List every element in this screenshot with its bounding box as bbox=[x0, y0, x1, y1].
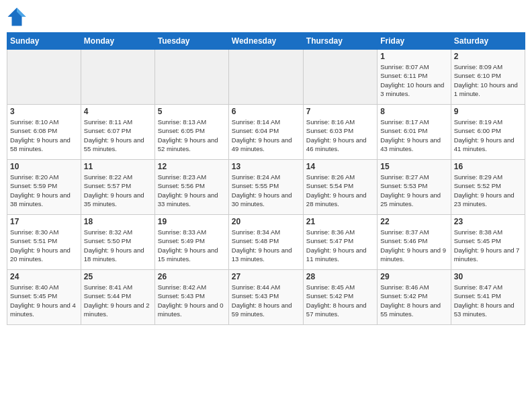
calendar-cell: 28Sunrise: 8:45 AM Sunset: 5:42 PM Dayli… bbox=[303, 270, 377, 325]
calendar-cell bbox=[7, 50, 81, 105]
day-number: 25 bbox=[84, 272, 152, 281]
day-info: Sunrise: 8:26 AM Sunset: 5:54 PM Dayligh… bbox=[306, 173, 374, 208]
day-info: Sunrise: 8:32 AM Sunset: 5:50 PM Dayligh… bbox=[84, 228, 152, 263]
calendar-cell: 10Sunrise: 8:20 AM Sunset: 5:59 PM Dayli… bbox=[7, 160, 81, 215]
day-info: Sunrise: 8:16 AM Sunset: 6:03 PM Dayligh… bbox=[306, 118, 374, 153]
calendar-cell: 4Sunrise: 8:11 AM Sunset: 6:07 PM Daylig… bbox=[81, 105, 154, 160]
weekday-header-row: SundayMondayTuesdayWednesdayThursdayFrid… bbox=[7, 33, 525, 50]
calendar-cell: 14Sunrise: 8:26 AM Sunset: 5:54 PM Dayli… bbox=[303, 160, 377, 215]
day-info: Sunrise: 8:44 AM Sunset: 5:43 PM Dayligh… bbox=[232, 283, 300, 318]
day-info: Sunrise: 8:40 AM Sunset: 5:45 PM Dayligh… bbox=[10, 283, 78, 318]
day-info: Sunrise: 8:22 AM Sunset: 5:57 PM Dayligh… bbox=[84, 173, 152, 208]
day-number: 2 bbox=[454, 52, 522, 61]
calendar-cell: 26Sunrise: 8:42 AM Sunset: 5:43 PM Dayli… bbox=[154, 270, 228, 325]
day-info: Sunrise: 8:36 AM Sunset: 5:47 PM Dayligh… bbox=[306, 228, 374, 263]
day-number: 11 bbox=[84, 162, 152, 171]
weekday-thursday: Thursday bbox=[303, 33, 377, 50]
calendar-cell bbox=[154, 50, 228, 105]
day-info: Sunrise: 8:07 AM Sunset: 6:11 PM Dayligh… bbox=[380, 62, 447, 98]
day-info: Sunrise: 8:09 AM Sunset: 6:10 PM Dayligh… bbox=[454, 62, 522, 98]
day-number: 10 bbox=[10, 162, 78, 171]
day-number: 7 bbox=[306, 107, 374, 116]
calendar-cell: 24Sunrise: 8:40 AM Sunset: 5:45 PM Dayli… bbox=[7, 270, 81, 325]
calendar-cell: 5Sunrise: 8:13 AM Sunset: 6:05 PM Daylig… bbox=[154, 105, 228, 160]
day-number: 14 bbox=[306, 162, 374, 171]
calendar-cell: 19Sunrise: 8:33 AM Sunset: 5:49 PM Dayli… bbox=[154, 215, 228, 270]
weekday-wednesday: Wednesday bbox=[228, 33, 303, 50]
day-number: 5 bbox=[158, 107, 226, 116]
logo bbox=[7, 7, 30, 27]
week-row-2: 10Sunrise: 8:20 AM Sunset: 5:59 PM Dayli… bbox=[7, 160, 525, 215]
day-info: Sunrise: 8:37 AM Sunset: 5:46 PM Dayligh… bbox=[380, 228, 447, 263]
calendar-header: SundayMondayTuesdayWednesdayThursdayFrid… bbox=[7, 33, 525, 50]
day-number: 21 bbox=[306, 217, 374, 226]
day-number: 23 bbox=[454, 217, 522, 226]
day-info: Sunrise: 8:24 AM Sunset: 5:55 PM Dayligh… bbox=[232, 173, 300, 208]
week-row-4: 24Sunrise: 8:40 AM Sunset: 5:45 PM Dayli… bbox=[7, 270, 525, 325]
calendar-cell: 30Sunrise: 8:47 AM Sunset: 5:41 PM Dayli… bbox=[451, 270, 525, 325]
day-number: 26 bbox=[158, 272, 226, 281]
day-number: 4 bbox=[84, 107, 152, 116]
weekday-friday: Friday bbox=[378, 33, 451, 50]
calendar-cell: 15Sunrise: 8:27 AM Sunset: 5:53 PM Dayli… bbox=[378, 160, 451, 215]
day-number: 3 bbox=[10, 107, 78, 116]
page: SundayMondayTuesdayWednesdayThursdayFrid… bbox=[0, 0, 532, 411]
day-info: Sunrise: 8:45 AM Sunset: 5:42 PM Dayligh… bbox=[306, 283, 374, 318]
calendar-cell: 2Sunrise: 8:09 AM Sunset: 6:10 PM Daylig… bbox=[451, 50, 525, 105]
day-number: 20 bbox=[232, 217, 300, 226]
day-number: 8 bbox=[380, 107, 447, 116]
day-info: Sunrise: 8:46 AM Sunset: 5:42 PM Dayligh… bbox=[380, 283, 447, 318]
logo-icon bbox=[7, 7, 27, 27]
day-number: 27 bbox=[232, 272, 300, 281]
weekday-monday: Monday bbox=[81, 33, 154, 50]
day-info: Sunrise: 8:41 AM Sunset: 5:44 PM Dayligh… bbox=[84, 283, 152, 318]
day-number: 9 bbox=[454, 107, 522, 116]
calendar-cell: 18Sunrise: 8:32 AM Sunset: 5:50 PM Dayli… bbox=[81, 215, 154, 270]
day-number: 15 bbox=[380, 162, 447, 171]
day-info: Sunrise: 8:19 AM Sunset: 6:00 PM Dayligh… bbox=[454, 118, 522, 153]
day-number: 17 bbox=[10, 217, 78, 226]
day-number: 19 bbox=[158, 217, 226, 226]
day-info: Sunrise: 8:20 AM Sunset: 5:59 PM Dayligh… bbox=[10, 173, 78, 208]
calendar-cell: 16Sunrise: 8:29 AM Sunset: 5:52 PM Dayli… bbox=[451, 160, 525, 215]
day-number: 16 bbox=[454, 162, 522, 171]
calendar: SundayMondayTuesdayWednesdayThursdayFrid… bbox=[7, 32, 525, 325]
calendar-cell bbox=[81, 50, 154, 105]
day-info: Sunrise: 8:47 AM Sunset: 5:41 PM Dayligh… bbox=[454, 283, 522, 318]
day-info: Sunrise: 8:34 AM Sunset: 5:48 PM Dayligh… bbox=[232, 228, 300, 263]
day-number: 6 bbox=[232, 107, 300, 116]
day-info: Sunrise: 8:30 AM Sunset: 5:51 PM Dayligh… bbox=[10, 228, 78, 263]
calendar-cell: 27Sunrise: 8:44 AM Sunset: 5:43 PM Dayli… bbox=[228, 270, 303, 325]
calendar-cell: 22Sunrise: 8:37 AM Sunset: 5:46 PM Dayli… bbox=[378, 215, 451, 270]
calendar-cell: 13Sunrise: 8:24 AM Sunset: 5:55 PM Dayli… bbox=[228, 160, 303, 215]
week-row-0: 1Sunrise: 8:07 AM Sunset: 6:11 PM Daylig… bbox=[7, 50, 525, 105]
day-number: 24 bbox=[10, 272, 78, 281]
day-info: Sunrise: 8:13 AM Sunset: 6:05 PM Dayligh… bbox=[158, 118, 226, 153]
calendar-cell: 9Sunrise: 8:19 AM Sunset: 6:00 PM Daylig… bbox=[451, 105, 525, 160]
day-number: 1 bbox=[380, 52, 447, 61]
day-number: 13 bbox=[232, 162, 300, 171]
calendar-cell: 12Sunrise: 8:23 AM Sunset: 5:56 PM Dayli… bbox=[154, 160, 228, 215]
calendar-cell: 11Sunrise: 8:22 AM Sunset: 5:57 PM Dayli… bbox=[81, 160, 154, 215]
day-number: 28 bbox=[306, 272, 374, 281]
day-number: 12 bbox=[158, 162, 226, 171]
day-info: Sunrise: 8:27 AM Sunset: 5:53 PM Dayligh… bbox=[380, 173, 447, 208]
calendar-cell: 29Sunrise: 8:46 AM Sunset: 5:42 PM Dayli… bbox=[378, 270, 451, 325]
calendar-cell bbox=[228, 50, 303, 105]
calendar-cell: 20Sunrise: 8:34 AM Sunset: 5:48 PM Dayli… bbox=[228, 215, 303, 270]
calendar-cell: 25Sunrise: 8:41 AM Sunset: 5:44 PM Dayli… bbox=[81, 270, 154, 325]
day-info: Sunrise: 8:33 AM Sunset: 5:49 PM Dayligh… bbox=[158, 228, 226, 263]
day-info: Sunrise: 8:23 AM Sunset: 5:56 PM Dayligh… bbox=[158, 173, 226, 208]
calendar-cell: 6Sunrise: 8:14 AM Sunset: 6:04 PM Daylig… bbox=[228, 105, 303, 160]
calendar-cell: 17Sunrise: 8:30 AM Sunset: 5:51 PM Dayli… bbox=[7, 215, 81, 270]
day-number: 30 bbox=[454, 272, 522, 281]
day-info: Sunrise: 8:42 AM Sunset: 5:43 PM Dayligh… bbox=[158, 283, 226, 318]
day-number: 18 bbox=[84, 217, 152, 226]
calendar-cell: 23Sunrise: 8:38 AM Sunset: 5:45 PM Dayli… bbox=[451, 215, 525, 270]
day-info: Sunrise: 8:17 AM Sunset: 6:01 PM Dayligh… bbox=[380, 118, 447, 153]
calendar-cell: 1Sunrise: 8:07 AM Sunset: 6:11 PM Daylig… bbox=[378, 50, 451, 105]
calendar-cell: 3Sunrise: 8:10 AM Sunset: 6:08 PM Daylig… bbox=[7, 105, 81, 160]
calendar-body: 1Sunrise: 8:07 AM Sunset: 6:11 PM Daylig… bbox=[7, 50, 525, 325]
day-info: Sunrise: 8:14 AM Sunset: 6:04 PM Dayligh… bbox=[232, 118, 300, 153]
weekday-sunday: Sunday bbox=[7, 33, 81, 50]
